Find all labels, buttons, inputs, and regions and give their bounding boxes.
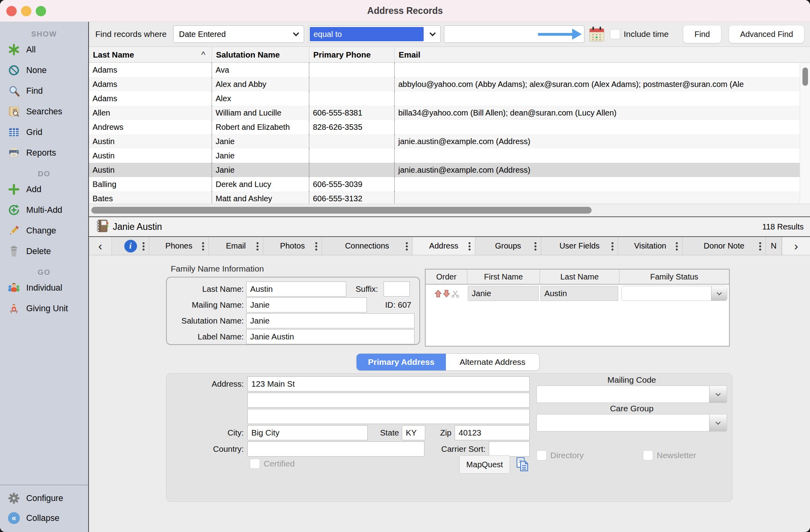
advanced-find-button[interactable]: Advanced Find [729, 25, 804, 43]
close-window-icon[interactable] [6, 6, 17, 16]
people-icon [7, 281, 21, 295]
table-row[interactable]: AustinJaniejanie.austin@example.com (Add… [89, 163, 810, 177]
sidebar-item-delete[interactable]: Delete [0, 241, 88, 262]
sidebar-item-label: None [26, 66, 46, 75]
table-row[interactable]: AndrewsRobert and Elizabeth828-626-3535 [89, 120, 810, 134]
tab-menu-dots[interactable] [534, 245, 536, 247]
sidebar-item-collapse[interactable]: «Collapse [0, 508, 88, 528]
move-up-icon[interactable] [434, 289, 442, 298]
cell-email [394, 120, 810, 134]
asterisk-icon [7, 43, 21, 56]
chevron-down-icon [709, 414, 727, 431]
mapquest-button[interactable]: MapQuest [459, 455, 510, 474]
tab-donor-note[interactable]: Donor Note [683, 237, 766, 255]
column-header-primary-phone[interactable]: Primary Phone [309, 47, 394, 62]
cell-phone [309, 163, 394, 177]
tab-phones[interactable]: Phones [149, 237, 209, 255]
last-name-field[interactable]: Austin [246, 281, 346, 297]
sidebar-item-searches[interactable]: Searches [0, 101, 88, 122]
sidebar-item-reports[interactable]: Reports [0, 143, 88, 163]
table-row[interactable]: AustinJanie [89, 148, 810, 163]
zip-field[interactable]: 40123 [455, 425, 530, 440]
suffix-field[interactable] [384, 281, 410, 297]
directory-checkbox[interactable] [536, 450, 547, 461]
tab-n[interactable]: N [766, 237, 782, 255]
family-status-select[interactable] [621, 286, 727, 301]
sidebar-item-individual[interactable]: Individual [0, 278, 88, 298]
table-row[interactable]: AdamsAlex and Abbyabbylou@yahoo.com (Abb… [89, 77, 810, 91]
certified-checkbox[interactable] [250, 459, 260, 469]
mailing-name-field[interactable]: Janie [246, 297, 367, 312]
magnifier-icon [7, 84, 21, 98]
table-row[interactable]: BatesMatt and Ashley606-555-3132 [89, 191, 810, 204]
sidebar-item-giving-unit[interactable]: Giving Unit [0, 298, 88, 319]
tab-menu-dots[interactable] [676, 245, 678, 247]
column-header-salutation-name[interactable]: Salutation Name [212, 47, 309, 62]
tab-menu-dots[interactable] [256, 245, 258, 247]
salutation-name-field[interactable]: Janie [246, 313, 415, 328]
table-row[interactable]: AdamsAva [89, 63, 810, 77]
zoom-window-icon[interactable] [36, 6, 46, 16]
tab-menu-dots[interactable] [611, 245, 613, 247]
tab-menu-dots[interactable] [759, 245, 761, 247]
sidebar-item-find[interactable]: Find [0, 81, 88, 101]
care-group-select[interactable] [536, 414, 727, 432]
table-row[interactable]: BallingDerek and Lucy606-555-3039 [89, 177, 810, 191]
tabs-scroll-right-button[interactable]: › [782, 237, 810, 255]
vertical-scrollbar[interactable] [800, 63, 810, 204]
column-header-last-name[interactable]: Last Name ^ [89, 47, 212, 62]
alternate-address-tab[interactable]: Alternate Address [446, 354, 539, 370]
mailing-name-label: Mailing Name: [167, 297, 244, 312]
tab-groups[interactable]: Groups [475, 237, 541, 255]
table-row[interactable]: AustinJaniejanie.austin@example.com (Add… [89, 134, 810, 148]
column-header-email[interactable]: Email [394, 47, 810, 62]
move-down-icon[interactable] [443, 289, 450, 298]
sidebar-item-change[interactable]: Change [0, 220, 88, 241]
vertical-scrollbar-thumb[interactable] [802, 67, 808, 86]
table-row[interactable]: AllenWilliam and Lucille606-555-8381bill… [89, 106, 810, 120]
primary-address-tab[interactable]: Primary Address [357, 354, 446, 370]
include-time-checkbox[interactable] [610, 29, 620, 39]
scissors-icon[interactable] [451, 289, 459, 298]
operator-select[interactable]: equal to [308, 25, 441, 43]
sidebar-item-add[interactable]: Add [0, 179, 88, 200]
tab-info[interactable]: i [112, 237, 149, 255]
tab-menu-dots[interactable] [202, 245, 204, 247]
tab-photos[interactable]: Photos [263, 237, 322, 255]
horizontal-scrollbar-thumb[interactable] [91, 207, 592, 214]
field-select[interactable]: Date Entered [173, 25, 304, 43]
address-line1-field[interactable]: 123 Main St [247, 376, 530, 391]
sidebar-item-grid[interactable]: Grid [0, 122, 88, 143]
tab-menu-dots[interactable] [406, 245, 408, 247]
tab-user-fields[interactable]: User Fields [541, 237, 618, 255]
tabs-scroll-left-button[interactable]: ‹ [89, 237, 112, 255]
table-row[interactable]: AdamsAlex [89, 91, 810, 106]
mailing-code-select[interactable] [536, 386, 727, 403]
copy-address-icon[interactable] [513, 455, 532, 474]
newsletter-checkbox[interactable] [643, 450, 653, 461]
find-button[interactable]: Find [683, 25, 721, 43]
tab-menu-dots[interactable] [469, 245, 471, 247]
minimize-window-icon[interactable] [21, 6, 31, 16]
calendar-icon[interactable] [588, 25, 605, 43]
tab-address[interactable]: Address [413, 237, 475, 255]
tab-connections[interactable]: Connections [322, 237, 413, 255]
sidebar-item-configure[interactable]: Configure [0, 488, 88, 508]
label-name-field[interactable]: Janie Austin [246, 329, 415, 344]
carrier-sort-field[interactable] [489, 441, 530, 457]
address-line2-field[interactable] [247, 393, 530, 408]
sidebar-item-multi-add[interactable]: Multi-Add [0, 200, 88, 220]
tab-menu-dots[interactable] [143, 245, 145, 247]
tab-visitation[interactable]: Visitation [618, 237, 683, 255]
city-field[interactable]: Big City [247, 425, 368, 440]
date-value-input[interactable] [444, 25, 584, 43]
country-field[interactable] [247, 441, 424, 457]
horizontal-scrollbar[interactable] [89, 204, 810, 216]
sidebar-item-none[interactable]: None [0, 60, 88, 81]
cell-email [394, 177, 810, 191]
tab-email[interactable]: Email [209, 237, 263, 255]
address-line3-field[interactable] [247, 409, 530, 424]
tab-menu-dots[interactable] [315, 245, 317, 247]
sidebar-item-all[interactable]: All [0, 39, 88, 60]
member-row[interactable]: JanieAustin [426, 285, 729, 302]
